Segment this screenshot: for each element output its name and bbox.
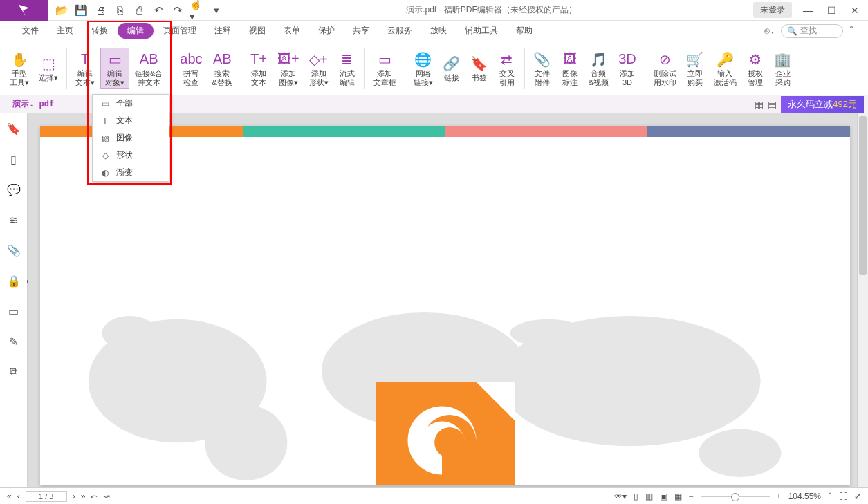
ribbon-链接[interactable]: 🔗链接 (438, 53, 465, 84)
dropdown-shape[interactable]: ◇形状 (93, 147, 169, 164)
menu-view[interactable]: 视图 (241, 22, 274, 39)
close-icon[interactable]: ✕ (844, 2, 865, 19)
qat-more-icon[interactable]: ▾ (209, 3, 224, 18)
nav-back-icon[interactable]: ⤺ (91, 492, 98, 501)
page-number-input[interactable]: 1 / 3 (26, 491, 67, 502)
menu-present[interactable]: 放映 (422, 22, 455, 39)
ribbon-添加文本[interactable]: T+添加文本 (246, 48, 272, 88)
prev-page-icon[interactable]: ‹ (17, 492, 20, 501)
read-mode-icon[interactable]: 👁▾ (614, 492, 627, 501)
stamp-icon[interactable]: ✎ (6, 333, 22, 350)
facing-continuous-icon[interactable]: ▦ (674, 492, 682, 501)
ribbon-编辑对象[interactable]: ▭编辑对象▾ (100, 48, 129, 89)
ribbon-链接&合并文本[interactable]: AB链接&合并文本 (131, 48, 167, 88)
dropdown-gradient-label: 渐变 (116, 167, 133, 178)
settings-icon[interactable]: ⎋▾ (764, 26, 775, 36)
ribbon-添加3D[interactable]: 3D添加3D (614, 48, 640, 88)
minimize-icon[interactable]: — (797, 2, 818, 19)
login-button[interactable]: 未登录 (753, 2, 792, 18)
page-thumb-icon[interactable]: ▯ (6, 151, 22, 167)
signature-icon[interactable]: ▭ (6, 303, 22, 319)
ribbon-交叉引用[interactable]: ⇄交叉引用 (494, 48, 520, 88)
ribbon-添加形状[interactable]: ◇+添加形状▾ (305, 48, 333, 88)
menu-cloud[interactable]: 云服务 (379, 22, 421, 39)
menu-annotate[interactable]: 注释 (206, 22, 239, 39)
menu-pages[interactable]: 页面管理 (155, 22, 205, 39)
ribbon-拼写检查[interactable]: abc拼写检查 (176, 48, 206, 88)
ribbon-图像标注[interactable]: 🖼图像标注 (557, 48, 583, 88)
redo-icon[interactable]: ↷ (170, 3, 185, 18)
ribbon-音频&视频[interactable]: 🎵音频&视频 (584, 48, 613, 88)
thumb-list-icon[interactable]: ▤ (768, 99, 777, 110)
continuous-icon[interactable]: ▥ (645, 492, 653, 501)
ribbon-企业采购[interactable]: 🏢企业采购 (770, 48, 796, 88)
export-icon[interactable]: ⎘ (112, 3, 127, 18)
dropdown-image[interactable]: ▧图像 (93, 129, 169, 147)
zoom-out-icon[interactable]: − (689, 492, 694, 501)
undo-icon[interactable]: ↶ (151, 3, 166, 18)
attachment-icon[interactable]: 📎 (6, 242, 22, 259)
ribbon-搜索&替换[interactable]: AB搜索&替换 (208, 48, 237, 88)
ribbon-添加图像[interactable]: 🖼+添加图像▾ (273, 48, 304, 88)
save-icon[interactable]: 💾 (73, 3, 89, 18)
zoom-value[interactable]: 104.55% (788, 492, 821, 501)
comment-icon[interactable]: 💬 (6, 181, 22, 198)
menu-convert[interactable]: 转换 (83, 22, 116, 39)
menu-protect[interactable]: 保护 (310, 22, 343, 39)
fit-width-icon[interactable]: ⛶ (839, 492, 847, 501)
ribbon-流式编辑[interactable]: ≣流式编辑 (334, 48, 360, 88)
menu-home[interactable]: 主页 (48, 22, 82, 39)
ribbon-授权管理[interactable]: ⚙授权管理 (742, 48, 768, 88)
menu-forms[interactable]: 表单 (275, 22, 308, 39)
dropdown-gradient[interactable]: ◐渐变 (93, 164, 169, 181)
dropdown-all[interactable]: ▭全部 (93, 95, 169, 112)
thumb-grid-icon[interactable]: ▦ (755, 99, 764, 110)
ribbon-手型工具[interactable]: ✋手型工具▾ (6, 48, 33, 88)
file-tab[interactable]: 演示. pdf (4, 96, 62, 112)
menu-file[interactable]: 文件 (14, 22, 47, 39)
ribbon-网络链接[interactable]: 🌐网络链接▾ (409, 48, 437, 88)
ribbon-icon: T+ (250, 50, 267, 69)
first-page-icon[interactable]: « (7, 492, 12, 501)
next-page-icon[interactable]: › (73, 492, 75, 501)
menu-help[interactable]: 帮助 (508, 22, 541, 39)
menu-share[interactable]: 共享 (344, 22, 378, 39)
svg-point-6 (102, 316, 157, 351)
vertical-scrollbar[interactable] (857, 113, 868, 487)
ribbon-icon: abc (180, 50, 202, 69)
ribbon-icon: AB (140, 50, 158, 69)
print-icon[interactable]: 🖨 (93, 3, 108, 18)
security-icon[interactable]: 🔒 (6, 272, 22, 289)
ribbon-label: 立即购买 (687, 69, 703, 87)
fullscreen-icon[interactable]: ⤢ (854, 492, 861, 501)
touch-icon[interactable]: ☝▾ (190, 3, 205, 18)
nav-fwd-icon[interactable]: ⤻ (103, 492, 110, 501)
scroll-thumb[interactable] (859, 116, 867, 275)
new-icon[interactable]: ⎙ (131, 3, 147, 18)
ribbon-添加文章框[interactable]: ▭添加文章框 (369, 48, 400, 88)
menu-edit[interactable]: 编辑 (118, 23, 154, 39)
layers-icon[interactable]: ≋ (6, 212, 22, 228)
ribbon-立即购买[interactable]: 🛒立即购买 (682, 48, 708, 88)
search-input[interactable]: 🔍 查找 (781, 24, 843, 38)
ribbon-选择[interactable]: ⬚选择▾ (35, 53, 62, 84)
zoom-slider[interactable] (701, 496, 770, 497)
last-page-icon[interactable]: » (81, 492, 86, 501)
ribbon-书签[interactable]: 🔖书签 (466, 53, 492, 84)
compare-icon[interactable]: ⧉ (6, 364, 22, 380)
facing-icon[interactable]: ▣ (660, 492, 667, 501)
zoom-dropdown-icon[interactable]: ˅ (828, 492, 832, 501)
ribbon-删除试用水印[interactable]: ⊘删除试用水印 (649, 48, 681, 88)
bookmark-icon[interactable]: 🔖 (6, 120, 22, 137)
ribbon-编辑文本[interactable]: T编辑文本▾ (71, 48, 99, 88)
menu-accessibility[interactable]: 辅助工具 (456, 22, 506, 39)
ribbon-输入激活码[interactable]: 🔑输入激活码 (710, 48, 741, 88)
zoom-in-icon[interactable]: + (777, 492, 782, 501)
promo-banner[interactable]: 永久码立减492元 (781, 96, 864, 113)
collapse-ribbon-icon[interactable]: ˄ (849, 24, 854, 37)
dropdown-text[interactable]: T文本 (93, 112, 169, 129)
ribbon-文件附件[interactable]: 📎文件附件 (529, 48, 555, 88)
maximize-icon[interactable]: ☐ (821, 2, 842, 19)
single-page-icon[interactable]: ▯ (634, 492, 638, 501)
open-icon[interactable]: 📂 (54, 3, 69, 18)
